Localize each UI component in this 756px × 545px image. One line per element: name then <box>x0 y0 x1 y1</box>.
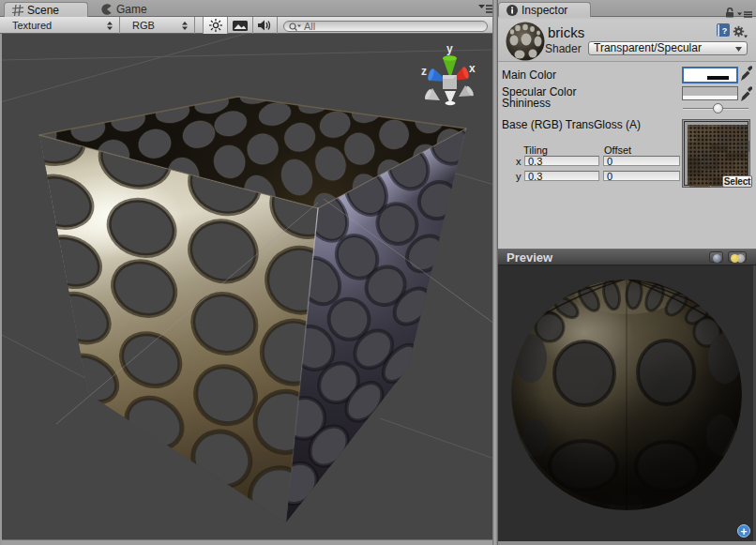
svg-text:+: + <box>740 525 747 538</box>
svg-text:z: z <box>421 65 427 78</box>
svg-text:?: ? <box>722 26 728 36</box>
svg-text:y: y <box>446 42 453 55</box>
svg-text:x: x <box>469 62 476 75</box>
